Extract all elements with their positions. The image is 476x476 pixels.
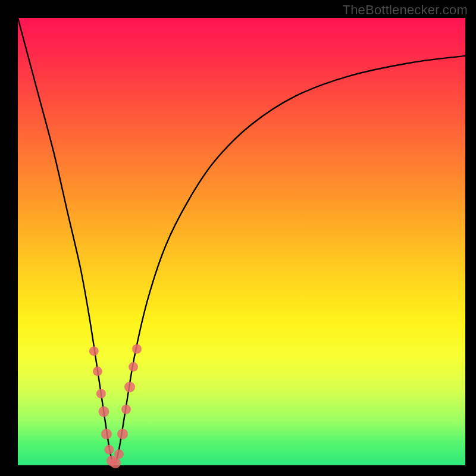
data-point bbox=[121, 405, 131, 414]
data-point bbox=[93, 367, 102, 376]
chart-svg bbox=[18, 18, 465, 465]
data-point bbox=[89, 346, 99, 356]
data-point bbox=[104, 445, 114, 455]
data-point bbox=[101, 428, 112, 439]
data-point bbox=[110, 458, 121, 468]
data-point bbox=[132, 345, 142, 354]
data-point bbox=[114, 449, 124, 459]
data-point bbox=[129, 362, 138, 372]
data-point bbox=[117, 428, 128, 439]
data-point bbox=[96, 389, 106, 399]
data-point bbox=[98, 406, 109, 417]
data-point bbox=[124, 381, 135, 392]
watermark-text: TheBottlenecker.com bbox=[343, 2, 468, 18]
chart-frame: TheBottlenecker.com bbox=[0, 0, 476, 476]
bottleneck-curve bbox=[18, 18, 465, 463]
